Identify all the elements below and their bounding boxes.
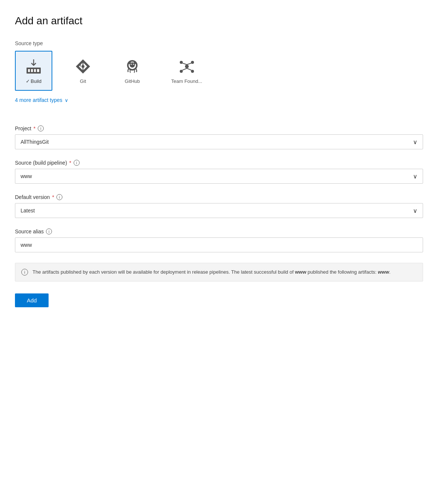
svg-point-6 <box>81 65 84 68</box>
page-title: Add an artifact <box>15 15 423 27</box>
source-type-list: ✓Build Git <box>15 51 423 91</box>
source-pipeline-value: www <box>21 173 32 179</box>
build-icon <box>25 57 43 75</box>
source-pipeline-arrow: ∨ <box>413 173 417 180</box>
project-dropdown[interactable]: AllThingsGit ∨ <box>15 134 423 149</box>
default-version-arrow: ∨ <box>413 207 417 214</box>
project-label: Project * i <box>15 125 423 131</box>
source-pipeline-field-group: Source (build pipeline) * i www ∨ <box>15 160 423 184</box>
teamfound-label: Team Found... <box>171 78 202 84</box>
default-version-value: Latest <box>21 208 35 214</box>
project-info-icon[interactable]: i <box>38 125 44 131</box>
chevron-down-icon: ∨ <box>65 97 68 103</box>
source-pipeline-label: Source (build pipeline) * i <box>15 160 423 166</box>
teamfound-icon <box>178 57 196 75</box>
source-alias-input[interactable] <box>15 237 423 252</box>
svg-rect-2 <box>31 69 33 72</box>
svg-line-21 <box>182 63 187 65</box>
github-label: GitHub <box>125 78 140 84</box>
source-type-label: Source type <box>15 40 423 46</box>
svg-point-19 <box>180 70 183 73</box>
add-button[interactable]: Add <box>15 293 49 307</box>
svg-line-22 <box>187 63 191 65</box>
default-version-field-group: Default version * i Latest ∨ <box>15 194 423 218</box>
default-version-required-star: * <box>52 194 54 200</box>
default-version-dropdown[interactable]: Latest ∨ <box>15 203 423 218</box>
project-field-group: Project * i AllThingsGit ∨ <box>15 125 423 149</box>
build-label: ✓Build <box>26 78 41 84</box>
source-required-star: * <box>69 160 71 166</box>
source-type-git[interactable]: Git <box>64 51 102 91</box>
svg-point-16 <box>185 65 189 68</box>
svg-rect-4 <box>37 69 39 72</box>
source-alias-field-group: Source alias i <box>15 228 423 252</box>
info-box-icon: i <box>21 269 28 276</box>
git-label: Git <box>80 78 86 84</box>
source-info-icon[interactable]: i <box>74 160 80 166</box>
default-version-info-icon[interactable]: i <box>56 194 62 200</box>
svg-line-24 <box>187 68 191 70</box>
svg-line-23 <box>182 68 187 70</box>
source-alias-label: Source alias i <box>15 228 423 234</box>
more-types-link[interactable]: 4 more artifact types ∨ <box>15 97 68 103</box>
project-dropdown-value: AllThingsGit <box>21 139 49 145</box>
svg-rect-3 <box>34 69 36 72</box>
default-version-label: Default version * i <box>15 194 423 200</box>
source-type-teamfound[interactable]: Team Found... <box>163 51 210 91</box>
source-pipeline-dropdown[interactable]: www ∨ <box>15 169 423 184</box>
info-box: i The artifacts published by each versio… <box>15 263 423 281</box>
svg-point-12 <box>131 64 132 65</box>
source-type-github[interactable]: GitHub <box>114 51 151 91</box>
github-icon <box>123 57 141 75</box>
project-dropdown-arrow: ∨ <box>413 139 417 146</box>
git-icon <box>74 57 92 75</box>
svg-point-13 <box>133 64 134 65</box>
more-types-text: 4 more artifact types <box>15 97 62 103</box>
project-required-star: * <box>34 125 36 131</box>
source-type-section: Source type ✓Build <box>15 40 423 115</box>
source-type-build[interactable]: ✓Build <box>15 51 52 91</box>
svg-rect-1 <box>28 69 30 72</box>
info-box-text: The artifacts published by each version … <box>33 268 391 276</box>
source-alias-info-icon[interactable]: i <box>46 228 52 234</box>
svg-point-20 <box>191 70 194 73</box>
